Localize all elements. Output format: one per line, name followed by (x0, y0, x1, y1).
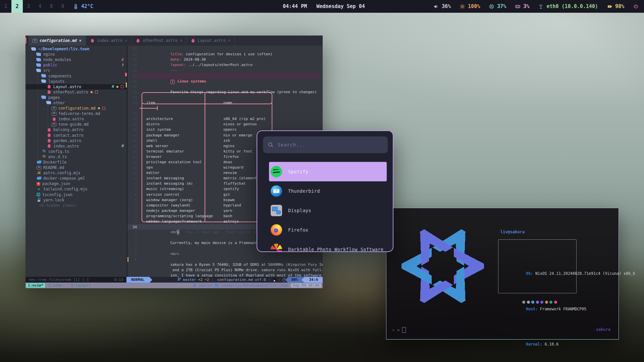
tree-item[interactable]: node_modules E (25, 57, 127, 62)
tree-item[interactable]: src (25, 68, 127, 73)
tree-item[interactable]: README.md (25, 165, 127, 170)
terminal-window: liv@sakura OS: NixOS 24.11.20240828.71e9… (386, 208, 619, 340)
workspace-button[interactable]: 4 (34, 0, 46, 13)
search-input[interactable] (277, 142, 383, 148)
tmux-window-1[interactable]: 1:nvim* (26, 283, 45, 288)
file-name: layouts (48, 79, 64, 84)
palette-dot (545, 301, 548, 304)
tree-item[interactable]: tsconfig.json (25, 192, 127, 197)
brightness-module[interactable]: 100% (460, 3, 480, 9)
workspace-button[interactable]: 2 (11, 0, 23, 13)
app-icon (271, 185, 282, 197)
file-icon (37, 52, 41, 57)
tree-item[interactable]: configuration.md (25, 106, 127, 111)
file-icon (47, 133, 51, 137)
tree-item[interactable]: index.astro H (25, 143, 127, 149)
tree-item[interactable]: pages (25, 95, 127, 100)
line-number: 15 (127, 143, 137, 149)
tree-item[interactable]: fediverse-terms.md (25, 111, 127, 116)
editor-line: 26 (127, 79, 323, 84)
launcher-item[interactable]: Thunderbird (269, 181, 387, 201)
cursor-position: 34:4 (305, 277, 323, 283)
fetch-value: Framework FRANMDCP05 (538, 307, 586, 311)
prompt-char: > (397, 328, 399, 333)
buffer-tabline: configuration.md × index.astro × otherPo… (25, 36, 323, 46)
tmux-window-3[interactable]: 3:lazygit (67, 283, 94, 288)
git-branch-icon (193, 284, 196, 287)
tree-item[interactable]: contact.astro (25, 133, 127, 138)
tree-item[interactable]: tone-guide.md (25, 122, 127, 127)
tree-item[interactable]: nginx (25, 52, 127, 57)
tree-item[interactable]: env.d.ts (25, 154, 127, 160)
editor-line: 6sakura has a Ryzen 5 7640U, 32GB of DDR… (127, 257, 323, 262)
tree-item[interactable]: garden.astro (25, 138, 127, 143)
editor-line: 23itemname (127, 95, 323, 100)
tree-item[interactable]: yarn.lock (25, 197, 127, 203)
tree-item[interactable]: ~/Development/liv.town (25, 46, 127, 52)
tree-item[interactable]: astro.config.mjs (25, 170, 127, 176)
file-name: tailwind.config.mjs (43, 187, 88, 191)
palette-dot (540, 301, 543, 304)
tab-label: Layout.astro (198, 38, 226, 43)
editor-line: 24 (127, 89, 323, 95)
shell-prompt[interactable]: ~ > (392, 327, 406, 333)
tmux-statusbar: 1:nvim* 2:node- 3:lazygit master /home/l… (25, 283, 323, 288)
tree-item[interactable]: Dockerfile (25, 160, 127, 165)
tree-item[interactable]: docker-compose.yml (25, 176, 127, 181)
filetype-icon (33, 39, 37, 43)
launcher-item[interactable]: Darktable Photo Workflow Software (269, 240, 387, 251)
tree-item[interactable]: other (25, 100, 127, 106)
line-number: 18 (127, 127, 137, 132)
tree-item[interactable]: components (25, 73, 127, 78)
workspace-button[interactable]: 9 (57, 0, 68, 13)
tree-item[interactable]: package.json (25, 181, 127, 186)
line-number: 30 (127, 57, 137, 62)
line-number: 1 (127, 230, 137, 235)
editor-line: 29--- (127, 62, 323, 68)
tree-item[interactable]: Layout.astro H (25, 84, 127, 89)
buffer-tab[interactable]: Layout.astro × (187, 36, 235, 46)
launcher-item[interactable]: Spotify (269, 162, 387, 181)
launcher-item[interactable]: Firefox (269, 220, 387, 240)
tree-item[interactable]: index.astro (25, 116, 127, 122)
buffer-tab[interactable]: index.astro × (86, 36, 131, 46)
file-name: node_modules (43, 57, 71, 62)
workspace-button[interactable]: 8 (46, 0, 57, 13)
modified-dot (98, 107, 100, 109)
tab-close-icon[interactable]: × (228, 38, 230, 43)
line-number: 14 (127, 149, 137, 154)
git-status-tag: H (121, 144, 124, 148)
file-name: public (43, 63, 57, 67)
file-icon (42, 95, 46, 100)
buffer-tab[interactable]: otherPost.astro × (131, 36, 186, 46)
buffer-tab[interactable]: configuration.md × (29, 36, 86, 46)
tree-item[interactable]: (6 hidden items) (25, 203, 127, 208)
tree-item[interactable]: config.ts (25, 149, 127, 154)
tab-close-icon[interactable]: × (79, 38, 82, 43)
launcher-item[interactable]: Displays (269, 201, 387, 220)
tree-item[interactable]: otherPost.astro (25, 89, 127, 95)
app-icon (271, 244, 282, 251)
tree-item[interactable]: layouts (25, 79, 127, 84)
tab-close-icon[interactable]: × (180, 38, 182, 43)
launcher-search[interactable] (263, 136, 388, 153)
power-button[interactable] (633, 4, 639, 9)
chevron-left-icon: ❮ (278, 277, 281, 283)
battery-module[interactable]: 98% (607, 3, 624, 9)
editor-line: 20distronixos or gentoo (127, 116, 323, 122)
tmux-window-2[interactable]: 2:node- (45, 283, 67, 288)
file-icon (32, 47, 36, 51)
tree-item[interactable]: tailwind.config.mjs (25, 186, 127, 192)
tab-close-icon[interactable]: × (125, 38, 127, 43)
tree-item[interactable]: balcony.astro (25, 127, 127, 132)
battery-icon (607, 4, 612, 9)
workspace-button[interactable]: 3 (23, 0, 34, 13)
file-icon (37, 203, 37, 207)
workspace-button[interactable]: 1 (0, 0, 11, 13)
git-branch-name: master (183, 277, 196, 283)
status-bar: 1 2 3 4 8 9 42°C 04:44 PM Wednesday Sep … (0, 0, 644, 13)
file-name: Layout.astro (53, 84, 81, 89)
volume-module[interactable]: 36% (433, 3, 451, 9)
tree-item[interactable]: public ? (25, 62, 127, 68)
network-module[interactable]: eth0 (10.0.0.140) (538, 3, 598, 9)
